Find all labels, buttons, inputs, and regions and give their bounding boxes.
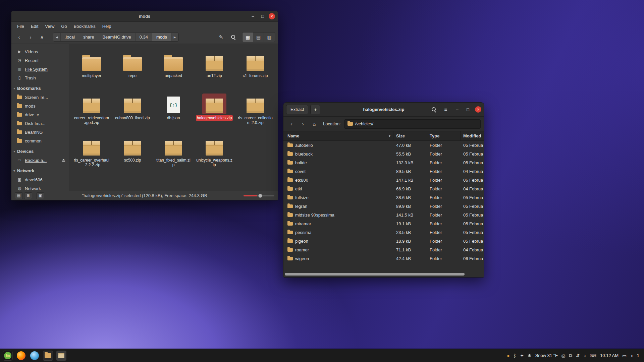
volume-icon[interactable]: ◖ [630, 353, 633, 358]
file-cuban800-fixed-zip[interactable]: cuban800_fixed.zip [113, 94, 152, 136]
sidebar-section-network[interactable]: ▾Network [11, 166, 69, 175]
archive-forward-button[interactable]: › [298, 119, 308, 129]
view-compact-button[interactable]: ▥ [264, 33, 275, 42]
zoom-handle[interactable] [258, 194, 262, 198]
zoom-slider[interactable] [244, 193, 274, 198]
view-grid-button[interactable]: ▦ [243, 33, 253, 42]
sidebar-item-mods[interactable]: mods [11, 102, 69, 110]
network-icon[interactable]: ⇵ [576, 353, 580, 358]
horizontal-scrollbar[interactable] [285, 273, 478, 276]
archive-row-midsize-90spessima[interactable]: midsize 90spessima141.5 kBFolder05 Febru… [283, 210, 484, 219]
maximize-button[interactable]: □ [259, 13, 266, 20]
sidebar-item-recent[interactable]: ◷Recent [11, 56, 69, 65]
menu-button-hamburger[interactable]: ≡ [441, 105, 450, 114]
sidebar-item-file-system[interactable]: ▥File System [11, 65, 69, 73]
archive-home-button[interactable]: ⌂ [310, 119, 319, 129]
archive-minimize-button[interactable]: – [453, 106, 461, 113]
up-button[interactable]: ∧ [37, 33, 47, 42]
location-entry-toggle[interactable]: ✎ [216, 33, 226, 42]
archive-row-wigeon[interactable]: wigeon42.4 kBFolder06 Februa [283, 254, 484, 263]
appindicator-icon[interactable]: ● [507, 353, 509, 358]
printer-icon[interactable]: ⎙ [561, 353, 565, 358]
file-unicycle-weapons-zip[interactable]: unicycle_weapons.zip [195, 136, 234, 178]
archive-row-pigeon[interactable]: pigeon18.9 kBFolder05 Februa [283, 237, 484, 245]
sidebar-item-drive-c[interactable]: drive_c [11, 110, 69, 119]
sidebar-item-videos[interactable]: ▶Videos [11, 47, 69, 56]
archive-close-button[interactable]: × [475, 106, 481, 113]
menu-edit[interactable]: Edit [28, 23, 41, 30]
breadcrumb-scroll-left[interactable]: ◂ [53, 33, 61, 41]
sidebar-item-screen-te[interactable]: Screen Te... [11, 93, 69, 102]
archive-row-etki[interactable]: etki66.9 kBFolder04 Februa [283, 184, 484, 193]
clock-label[interactable]: 10:12 AM [600, 353, 619, 358]
keyboard-icon[interactable]: ⌨ [590, 353, 596, 358]
file-rls-career-overhaul-2-2-2-zip[interactable]: rls_career_overhaul_2.2.2.zip [72, 136, 111, 178]
breadcrumb-local[interactable]: .local [61, 33, 79, 41]
archive-row-etk800[interactable]: etk800147.1 kBFolder06 Februa [283, 176, 484, 184]
menu-go[interactable]: Go [58, 23, 70, 30]
sidebar-item-backup-a[interactable]: ▭Backup a...⏏ [11, 156, 69, 165]
archive-row-bolide[interactable]: bolide132.3 kBFolder05 Februa [283, 158, 484, 167]
column-header-name[interactable]: Name▾ [283, 131, 393, 140]
bluetooth-icon[interactable]: ᛒ [514, 353, 516, 358]
sidebar-section-bookmarks[interactable]: ▾Bookmarks [11, 83, 69, 93]
menu-view[interactable]: View [42, 23, 57, 30]
breadcrumb-scroll-right[interactable]: ▸ [171, 33, 179, 41]
file-halogenvehicles-zip[interactable]: halogenvehicles.zip [195, 94, 234, 136]
browser-launcher[interactable] [30, 351, 40, 361]
file-rls-career-collection-2-0-zip[interactable]: rls_career_collection_2.0.zip [235, 94, 275, 136]
file-titan-fixed-salim-zip[interactable]: titan_fixed_salim.zip [154, 136, 193, 178]
back-button[interactable]: ‹ [14, 33, 24, 42]
file-db-json[interactable]: {;}db.json [154, 94, 193, 136]
breadcrumb-share[interactable]: share [79, 33, 99, 41]
archive-search-button[interactable] [429, 105, 438, 114]
file-c1-forums-zip[interactable]: c1_forums.zip [235, 51, 275, 94]
file-multiplayer[interactable]: multiplayer [72, 51, 111, 94]
sidebar-item-network[interactable]: ◍Network [11, 184, 69, 191]
display-icon[interactable]: ▭ [622, 353, 627, 358]
archive-row-legran[interactable]: legran89.9 kBFolder05 Februa [283, 202, 484, 210]
snowflake-icon[interactable]: ❄ [528, 353, 532, 358]
scrollbar-thumb[interactable] [285, 273, 465, 276]
archive-row-roamer[interactable]: roamer71.1 kBFolder04 Februa [283, 245, 484, 254]
eject-icon[interactable]: ⏏ [62, 158, 67, 163]
weather-label[interactable]: Snow 31 °F [535, 353, 558, 358]
file-unpacked[interactable]: unpacked [154, 51, 193, 94]
forward-button[interactable]: › [25, 33, 36, 42]
breadcrumb-beamng-drive[interactable]: BeamNG.drive [98, 33, 135, 41]
sidebar-item-common[interactable]: common [11, 136, 69, 145]
sidebar-item-trash[interactable]: ▯Trash [11, 73, 69, 82]
file-career-retrievedamaged-zip[interactable]: career_retrievedamaged.zip [72, 94, 111, 136]
mint-menu-button[interactable]: lm [3, 351, 13, 361]
menu-bookmarks[interactable]: Bookmarks [71, 23, 99, 30]
statusbar-extra-toggle[interactable]: ▣ [36, 192, 44, 199]
archive-row-pessima[interactable]: pessima23.5 kBFolder05 Februa [283, 228, 484, 237]
archive-maximize-button[interactable]: □ [464, 106, 472, 113]
archive-window-button[interactable] [56, 351, 66, 361]
view-list-button[interactable]: ▤ [253, 33, 264, 42]
menu-file[interactable]: File [14, 23, 27, 30]
sidebar-item-beamng[interactable]: BeamNG [11, 128, 69, 136]
archive-back-button[interactable]: ‹ [287, 119, 296, 129]
firefox-launcher[interactable] [16, 351, 26, 361]
breadcrumb-mods[interactable]: mods [152, 33, 171, 41]
archive-row-autobello[interactable]: autobello47.0 kBFolder05 Februa [283, 141, 484, 149]
file-repo[interactable]: repo [113, 51, 152, 94]
add-files-button[interactable]: + [310, 105, 320, 114]
file-an12-zip[interactable]: an12.zip [195, 51, 234, 94]
archive-row-miramar[interactable]: miramar19.1 kBFolder05 Februa [283, 219, 484, 228]
archive-row-bluebuck[interactable]: bluebuck55.5 kBFolder05 Februa [283, 149, 484, 158]
sidebar-section-devices[interactable]: ▾Devices [11, 146, 69, 156]
notification-count[interactable]: 1 [637, 353, 639, 358]
location-input[interactable]: /vehicles/ [344, 119, 481, 129]
sidebar-tree-toggle[interactable]: ⊞ [24, 192, 32, 199]
sidebar-places-toggle[interactable]: ▤ [15, 192, 23, 199]
close-button[interactable]: × [269, 13, 275, 19]
column-header-modified[interactable]: Modified [461, 131, 484, 140]
sidebar-item-disk-ima[interactable]: Disk Ima... [11, 119, 69, 128]
column-header-type[interactable]: Type [427, 131, 461, 140]
sidebar-item-devel606[interactable]: ▣devel606... [11, 175, 69, 184]
archive-row-fullsize[interactable]: fullsize38.6 kBFolder05 Februa [283, 193, 484, 202]
file-sc500-zip[interactable]: sc500.zip [113, 136, 152, 178]
file-manager-titlebar[interactable]: mods – □ × [11, 11, 278, 22]
